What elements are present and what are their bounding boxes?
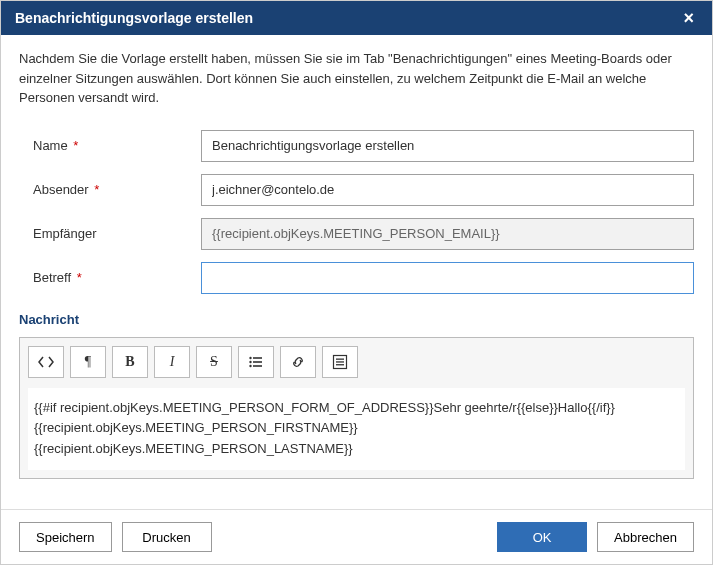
code-icon bbox=[38, 354, 54, 370]
dialog-header: Benachrichtigungsvorlage erstellen × bbox=[1, 1, 712, 35]
close-icon[interactable]: × bbox=[679, 9, 698, 27]
svg-point-4 bbox=[249, 364, 251, 366]
list-icon bbox=[248, 354, 264, 370]
editor-toolbar: ¶ B I S bbox=[28, 346, 685, 378]
cancel-button[interactable]: Abbrechen bbox=[597, 522, 694, 552]
dialog-title: Benachrichtigungsvorlage erstellen bbox=[15, 10, 253, 26]
paragraph-button[interactable]: ¶ bbox=[70, 346, 106, 378]
svg-rect-3 bbox=[253, 361, 262, 363]
row-sender: Absender * bbox=[19, 174, 694, 206]
recipient-field bbox=[201, 218, 694, 250]
label-name: Name * bbox=[19, 138, 201, 153]
sender-field[interactable] bbox=[201, 174, 694, 206]
italic-button[interactable]: I bbox=[154, 346, 190, 378]
row-recipient: Empfänger bbox=[19, 218, 694, 250]
dialog-footer: Speichern Drucken OK Abbrechen bbox=[1, 509, 712, 564]
print-button[interactable]: Drucken bbox=[122, 522, 212, 552]
required-marker: * bbox=[73, 270, 82, 285]
list-button[interactable] bbox=[238, 346, 274, 378]
required-marker: * bbox=[70, 138, 79, 153]
required-marker: * bbox=[91, 182, 100, 197]
ok-button[interactable]: OK bbox=[497, 522, 587, 552]
link-button[interactable] bbox=[280, 346, 316, 378]
dialog-body: Nachdem Sie die Vorlage erstellt haben, … bbox=[1, 35, 712, 509]
svg-rect-9 bbox=[336, 364, 344, 365]
bold-button[interactable]: B bbox=[112, 346, 148, 378]
text-block-icon bbox=[332, 354, 348, 370]
strikethrough-button[interactable]: S bbox=[196, 346, 232, 378]
label-sender: Absender * bbox=[19, 182, 201, 197]
link-icon bbox=[290, 354, 306, 370]
svg-point-0 bbox=[249, 356, 251, 358]
editor-content[interactable]: {{#if recipient.objKeys.MEETING_PERSON_F… bbox=[28, 388, 685, 470]
save-button[interactable]: Speichern bbox=[19, 522, 112, 552]
intro-text: Nachdem Sie die Vorlage erstellt haben, … bbox=[19, 49, 694, 108]
row-name: Name * bbox=[19, 130, 694, 162]
message-section-label: Nachricht bbox=[19, 312, 694, 327]
dialog: Benachrichtigungsvorlage erstellen × Nac… bbox=[0, 0, 713, 565]
svg-point-2 bbox=[249, 360, 251, 362]
name-field[interactable] bbox=[201, 130, 694, 162]
svg-rect-1 bbox=[253, 357, 262, 359]
label-recipient: Empfänger bbox=[19, 226, 201, 241]
svg-rect-7 bbox=[336, 358, 344, 359]
subject-field[interactable] bbox=[201, 262, 694, 294]
editor: ¶ B I S bbox=[19, 337, 694, 479]
text-block-button[interactable] bbox=[322, 346, 358, 378]
svg-rect-8 bbox=[336, 361, 344, 362]
row-subject: Betreff * bbox=[19, 262, 694, 294]
svg-rect-5 bbox=[253, 365, 262, 367]
label-subject: Betreff * bbox=[19, 270, 201, 285]
code-view-button[interactable] bbox=[28, 346, 64, 378]
